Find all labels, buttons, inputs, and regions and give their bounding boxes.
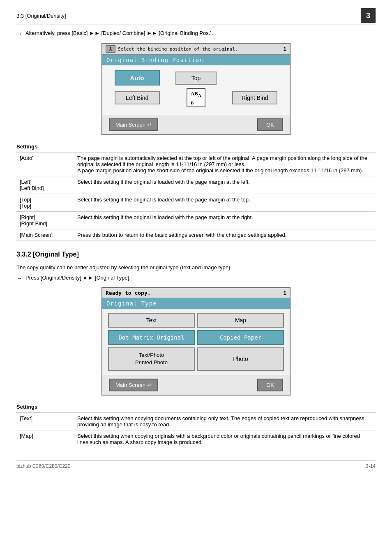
binding-position-panel: A Select the binding position of the ori… xyxy=(101,43,291,135)
footer-left: bizhub C360/C280/C220 xyxy=(16,463,70,469)
section-label: 3.3 [Original/Density] xyxy=(16,13,66,19)
ab-icon: ABAB xyxy=(187,88,205,107)
arrow-icon: → xyxy=(16,30,22,37)
panel-body: Auto Top Left Bind ABAB Right Bind xyxy=(102,65,290,115)
binding-settings-title: Settings xyxy=(16,143,376,150)
text-photo-line2: Printed Photo xyxy=(135,359,168,365)
setting-description: Select this setting when copying origina… xyxy=(74,430,376,448)
panel-icon: A xyxy=(106,45,115,53)
table-row: [Auto] The page margin is automatically … xyxy=(16,153,376,176)
table-row: [Right][Right Bind] Select this setting … xyxy=(16,212,376,229)
table-row: [Map] Select this setting when copying o… xyxy=(16,430,376,448)
original-type-panel-footer: Main Screen ↵ OK xyxy=(102,375,290,395)
panel-title: Original Binding Position xyxy=(102,55,290,65)
setting-description: Select this setting if the original is l… xyxy=(74,212,376,229)
original-type-title: Original Type xyxy=(102,298,290,309)
table-row: [Main Screen] Press this button to retur… xyxy=(16,229,376,241)
original-type-arrow-text: Press [Original/Density] ►► [Original Ty… xyxy=(25,275,131,281)
panel-counter: 1 xyxy=(283,46,286,52)
subsection-desc: The copy quality can be better adjusted … xyxy=(16,264,376,271)
text-photo-button[interactable]: Text/Photo Printed Photo xyxy=(108,347,195,370)
setting-label: [Right][Right Bind] xyxy=(16,212,74,229)
text-photo-line1: Text/Photo xyxy=(139,352,164,358)
footer-right: 3-14 xyxy=(366,463,376,469)
original-type-grid: Text Map Dot Matrix Original Copied Pape… xyxy=(102,309,290,370)
main-screen-button[interactable]: Main Screen ↵ xyxy=(109,118,158,131)
setting-label: [Map] xyxy=(16,430,74,448)
original-type-settings-section: Settings [Text] Select this setting when… xyxy=(16,404,376,448)
main-screen-button-2[interactable]: Main Screen ↵ xyxy=(109,379,158,391)
setting-label: [Top][Top] xyxy=(16,194,74,212)
original-type-arrow-bullet: → Press [Original/Density] ►► [Original … xyxy=(16,275,376,282)
binding-settings-section: Settings [Auto] The page margin is autom… xyxy=(16,143,376,241)
original-type-settings-title: Settings xyxy=(16,404,376,410)
ok-button-2[interactable]: OK xyxy=(257,379,283,391)
copied-paper-button[interactable]: Copied Paper xyxy=(197,330,284,345)
setting-label: [Left][Left Bind] xyxy=(16,176,74,194)
photo-button[interactable]: Photo xyxy=(197,347,284,370)
setting-description: Press this button to return to the basic… xyxy=(74,229,376,241)
table-row: [Text] Select this setting when copying … xyxy=(16,412,376,430)
binding-arrow-text: Alternatively, press [Basic] ►► [Duplex/… xyxy=(25,30,213,36)
ab-icon-inner: ABAB xyxy=(187,88,205,107)
binding-arrow-bullet: → Alternatively, press [Basic] ►► [Duple… xyxy=(16,30,376,37)
setting-label: [Text] xyxy=(16,412,74,430)
auto-button[interactable]: Auto xyxy=(115,70,160,86)
setting-label: [Main Screen] xyxy=(16,229,74,241)
dot-matrix-button[interactable]: Dot Matrix Original xyxy=(108,330,195,345)
topbar-instruction: Select the binding position of the origi… xyxy=(118,46,238,52)
page-footer: bizhub C360/C280/C220 3-14 xyxy=(16,460,376,469)
original-type-panel: Ready to copy. 1 Original Type Text Map … xyxy=(101,287,291,395)
original-type-topbar: Ready to copy. 1 xyxy=(102,288,290,298)
binding-settings-table: [Auto] The page margin is automatically … xyxy=(16,152,376,241)
setting-label: [Auto] xyxy=(16,153,74,176)
chapter-badge: 3 xyxy=(361,8,376,23)
panel-counter: 1 xyxy=(283,290,286,296)
left-bind-button[interactable]: Left Bind xyxy=(115,91,160,104)
right-bind-button[interactable]: Right Bind xyxy=(232,91,277,104)
map-button[interactable]: Map xyxy=(197,313,284,328)
topbar-ready-text: Ready to copy. xyxy=(106,290,151,296)
arrow-icon: → xyxy=(16,275,22,282)
panel-footer: Main Screen ↵ OK xyxy=(102,115,290,134)
subsection-heading: 3.3.2 [Original Type] xyxy=(16,251,376,260)
binding-buttons: Auto Top Left Bind ABAB Right Bind xyxy=(109,70,283,110)
ok-button[interactable]: OK xyxy=(257,118,283,131)
setting-description: The page margin is automatically selecte… xyxy=(74,153,376,176)
table-row: [Left][Left Bind] Select this setting if… xyxy=(16,176,376,194)
setting-description: Select this setting if the original is l… xyxy=(74,176,376,194)
text-button[interactable]: Text xyxy=(108,313,195,328)
top-button[interactable]: Top xyxy=(175,72,217,85)
setting-description: Select this setting if the original is l… xyxy=(74,194,376,212)
table-row: [Top][Top] Select this setting if the or… xyxy=(16,194,376,212)
panel-topbar: A Select the binding position of the ori… xyxy=(102,44,290,55)
original-type-settings-table: [Text] Select this setting when copying … xyxy=(16,412,376,448)
page-header: 3.3 [Original/Density] 3 xyxy=(16,8,376,25)
setting-description: Select this setting when copying documen… xyxy=(74,412,376,430)
